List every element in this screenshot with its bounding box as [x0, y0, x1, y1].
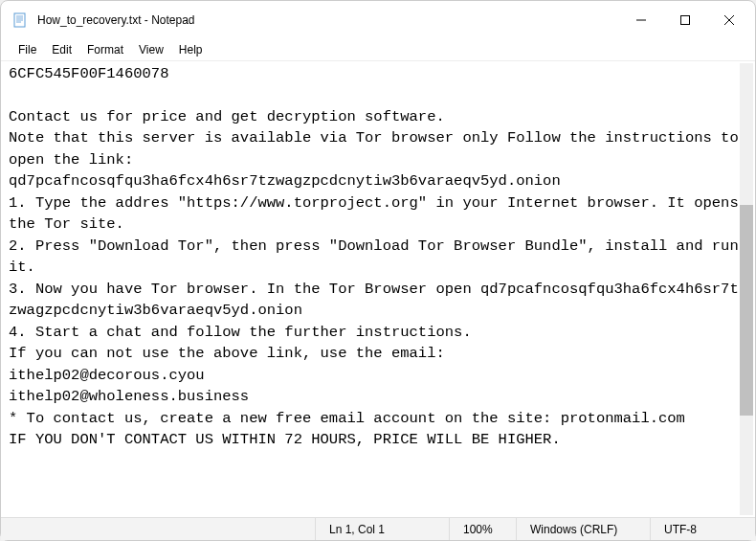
svg-rect-6 [681, 16, 690, 25]
status-line-ending: Windows (CRLF) [516, 518, 650, 540]
menubar: File Edit Format View Help [1, 39, 755, 60]
menu-file[interactable]: File [11, 41, 44, 58]
minimize-button[interactable] [619, 5, 663, 35]
status-zoom: 100% [449, 518, 516, 540]
text-editor[interactable]: 6CFC545F00F1460078 Contact us for price … [1, 61, 755, 517]
menu-edit[interactable]: Edit [44, 41, 79, 58]
status-encoding: UTF-8 [650, 518, 755, 540]
maximize-button[interactable] [663, 5, 707, 35]
notepad-icon [12, 12, 28, 28]
menu-view[interactable]: View [131, 41, 171, 58]
close-button[interactable] [707, 5, 751, 35]
scrollbar-thumb[interactable] [740, 205, 753, 416]
notepad-window: How_to_recovery.txt - Notepad File Edit … [0, 0, 756, 541]
statusbar: Ln 1, Col 1 100% Windows (CRLF) UTF-8 [1, 517, 755, 540]
menu-format[interactable]: Format [79, 41, 131, 58]
menu-help[interactable]: Help [171, 41, 211, 58]
titlebar: How_to_recovery.txt - Notepad [1, 1, 755, 39]
window-title: How_to_recovery.txt - Notepad [37, 13, 195, 27]
status-position: Ln 1, Col 1 [315, 518, 449, 540]
